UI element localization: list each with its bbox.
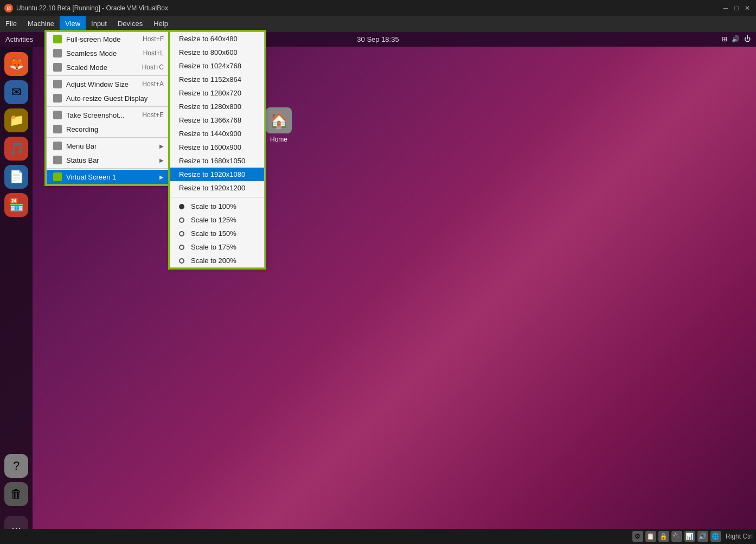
menu-seamless[interactable]: Seamless Mode Host+L [47, 46, 170, 60]
home-desktop-icon[interactable]: 🏠 Home [266, 107, 292, 143]
minimize-button[interactable]: ─ [721, 4, 730, 12]
sidebar-files[interactable]: 📁 [4, 108, 28, 132]
activities-label[interactable]: Activities [5, 35, 33, 43]
close-button[interactable]: ✕ [743, 4, 752, 12]
menu-screenshot[interactable]: Take Screenshot... Host+E [47, 108, 170, 122]
virtualscreen-label: Virtual Screen 1 [66, 173, 116, 181]
scale-100[interactable]: Scale to 100% [170, 200, 264, 213]
maximize-button[interactable]: □ [732, 4, 741, 12]
statusbar-icon [53, 156, 62, 164]
taskbar-icon-2: 📋 [645, 531, 656, 542]
sidebar-email[interactable]: ✉ [4, 80, 28, 104]
scale-150[interactable]: Scale to 150% [170, 227, 264, 240]
scale-200[interactable]: Scale to 200% [170, 254, 264, 267]
network-icon: ⊞ [722, 35, 727, 43]
scale-200-radio [179, 258, 184, 264]
menu-fullscreen[interactable]: Full-screen Mode Host+F [47, 32, 170, 46]
resize-1600x900[interactable]: Resize to 1600x900 [170, 140, 264, 154]
taskbar-icon-4: 🔌 [671, 531, 682, 542]
resize-1680x1050[interactable]: Resize to 1680x1050 [170, 154, 264, 168]
adjust-label: Adjust Window Size [66, 80, 129, 88]
home-icon-label: Home [270, 136, 287, 143]
menu-machine[interactable]: Machine [22, 16, 60, 31]
taskbar-icon-6: 🔊 [697, 531, 708, 542]
menu-devices[interactable]: Devices [112, 16, 148, 31]
menu-scaled[interactable]: Scaled Mode Host+C [47, 60, 170, 74]
menu-bar: File Machine View Input Devices Help [0, 16, 756, 31]
scaled-icon [53, 63, 62, 72]
scale-175-radio [179, 245, 184, 250]
scale-175[interactable]: Scale to 175% [170, 240, 264, 254]
divider-1 [47, 75, 170, 76]
menubar-label: Menu Bar [66, 142, 97, 150]
divider-2 [47, 106, 170, 107]
resize-1280x800[interactable]: Resize to 1280x800 [170, 100, 264, 113]
divider-3 [47, 137, 170, 138]
statusbar-label: Status Bar [66, 156, 99, 164]
taskbar-icon-1: ⚙ [632, 531, 643, 542]
divider-4 [47, 168, 170, 169]
view-menu-dropdown: Full-screen Mode Host+F Seamless Mode Ho… [46, 31, 171, 184]
menubar-arrow: ▶ [159, 143, 164, 149]
datetime: 30 Sep 18:35 [357, 35, 399, 43]
resize-1920x1200[interactable]: Resize to 1920x1200 [170, 181, 264, 195]
menu-input[interactable]: Input [86, 16, 112, 31]
power-icon: ⏻ [744, 35, 751, 43]
menu-help[interactable]: Help [148, 16, 174, 31]
sidebar-music[interactable]: 🎵 [4, 137, 28, 161]
menu-recording[interactable]: Recording [47, 122, 170, 136]
taskbar-icon-5: 📊 [684, 531, 695, 542]
taskbar-icon-3: 🔒 [658, 531, 669, 542]
sidebar-trash[interactable]: 🗑 [4, 482, 28, 506]
resize-640x480[interactable]: Resize to 640x480 [170, 32, 264, 46]
menu-autoresize[interactable]: Auto-resize Guest Display [47, 91, 170, 105]
virtual-screen-submenu: Resize to 640x480 Resize to 800x600 Resi… [170, 31, 265, 268]
resize-1152x864[interactable]: Resize to 1152x864 [170, 73, 264, 86]
fullscreen-shortcut: Host+F [143, 35, 164, 43]
screenshot-shortcut: Host+E [142, 111, 164, 119]
sidebar-appstore[interactable]: 🏪 [4, 193, 28, 217]
menu-view[interactable]: View [60, 16, 86, 31]
resize-1366x768[interactable]: Resize to 1366x768 [170, 113, 264, 127]
virtualscreen-icon [53, 172, 62, 181]
screenshot-icon [53, 111, 62, 119]
scale-125-radio [179, 217, 184, 223]
adjust-shortcut: Host+A [142, 80, 164, 88]
menu-virtual-screen[interactable]: Virtual Screen 1 ▶ [47, 170, 170, 184]
sidebar-help[interactable]: ? [4, 454, 28, 478]
autoresize-label: Auto-resize Guest Display [66, 94, 148, 103]
autoresize-icon [53, 94, 62, 103]
resize-1920x1080[interactable]: Resize to 1920x1080 [170, 168, 264, 181]
resize-1440x900[interactable]: Resize to 1440x900 [170, 127, 264, 140]
fullscreen-label: Full-screen Mode [66, 35, 120, 43]
seamless-shortcut: Host+L [143, 49, 164, 57]
fullscreen-icon [53, 35, 62, 43]
resize-800x600[interactable]: Resize to 800x600 [170, 46, 264, 59]
resize-1024x768[interactable]: Resize to 1024x768 [170, 59, 264, 73]
screenshot-label: Take Screenshot... [66, 111, 125, 119]
app-icon: 🖥 [4, 4, 13, 12]
virtualscreen-arrow: ▶ [159, 174, 164, 180]
menu-adjust-window[interactable]: Adjust Window Size Host+A [47, 77, 170, 91]
sidebar-writer[interactable]: 📄 [4, 165, 28, 189]
seamless-label: Seamless Mode [66, 49, 117, 57]
menu-menubar[interactable]: Menu Bar ▶ [47, 139, 170, 153]
menubar-icon [53, 142, 62, 150]
adjust-icon [53, 80, 62, 88]
menu-statusbar[interactable]: Status Bar ▶ [47, 153, 170, 167]
scale-125[interactable]: Scale to 125% [170, 213, 264, 227]
scaled-shortcut: Host+C [142, 63, 164, 71]
scaled-label: Scaled Mode [66, 63, 107, 72]
submenu-divider [170, 197, 264, 197]
taskbar-icon-7: 🌐 [710, 531, 721, 542]
right-ctrl-label: Right Ctrl [726, 533, 753, 540]
resize-1280x720[interactable]: Resize to 1280x720 [170, 86, 264, 100]
menu-file[interactable]: File [0, 16, 22, 31]
recording-icon [53, 125, 62, 133]
scale-100-radio [179, 204, 184, 209]
ubuntu-taskbar: ⚙ 📋 🔒 🔌 📊 🔊 🌐 Right Ctrl [0, 529, 756, 544]
volume-icon: 🔊 [732, 35, 740, 43]
sidebar-firefox[interactable]: 🦊 [4, 52, 28, 76]
window-title: Ubuntu 22.10 Beta [Running] - Oracle VM … [16, 4, 168, 12]
recording-label: Recording [66, 125, 98, 133]
